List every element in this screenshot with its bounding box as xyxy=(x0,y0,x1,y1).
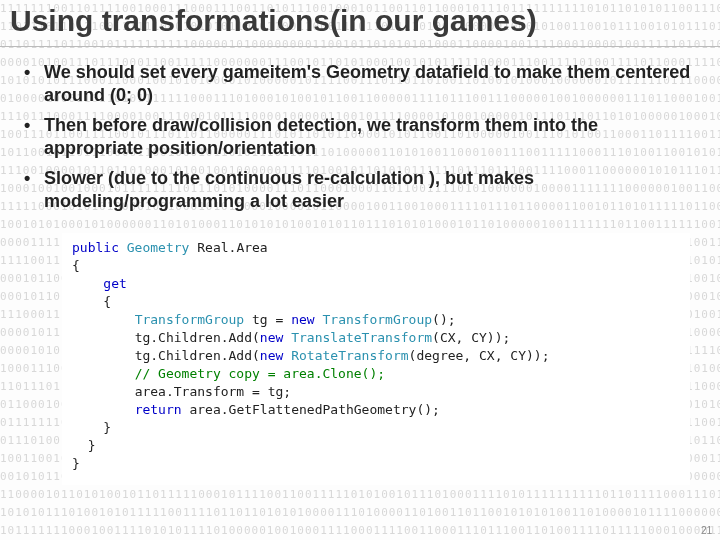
bullet-item: We should set every gameitem's Geometry … xyxy=(24,61,696,108)
slide-title: Using transformations(in our games) xyxy=(0,0,720,47)
bullet-list: We should set every gameitem's Geometry … xyxy=(0,47,720,229)
page-number: 21 xyxy=(701,525,712,536)
code-block: public Geometry Real.Area { get { Transf… xyxy=(62,233,690,485)
bullet-item: Slower (due to the continuous re-calcula… xyxy=(24,167,696,214)
bullet-item: Then before draw/collision detection, we… xyxy=(24,114,696,161)
